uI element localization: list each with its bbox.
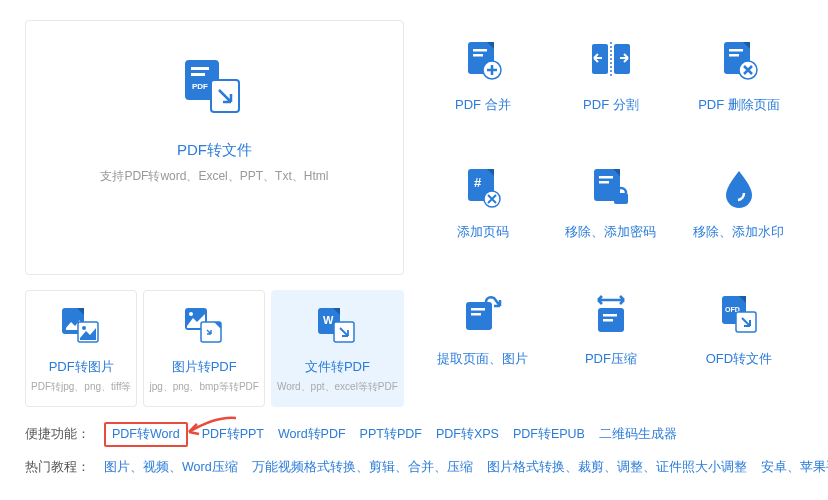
password-icon (588, 165, 634, 211)
hot-link[interactable]: 图片、视频、Word压缩 (104, 459, 238, 476)
svg-rect-37 (603, 319, 613, 322)
svg-rect-1 (191, 67, 209, 70)
quick-link-pdf-to-word[interactable]: PDF转Word (112, 427, 180, 441)
watermark-card[interactable]: 移除、添加水印 (675, 147, 803, 274)
add-page-number-card[interactable]: # 添加页码 (419, 147, 547, 274)
svg-rect-36 (603, 314, 617, 317)
svg-point-9 (189, 312, 193, 316)
svg-rect-16 (473, 54, 483, 57)
svg-text:W: W (323, 314, 334, 326)
file-to-pdf-icon: W (316, 306, 358, 346)
extract-card[interactable]: 提取页面、图片 (419, 274, 547, 401)
card-title: 移除、添加密码 (552, 223, 670, 241)
pdf-compress-card[interactable]: PDF压缩 (547, 274, 675, 401)
password-card[interactable]: 移除、添加密码 (547, 147, 675, 274)
image-to-pdf-icon (183, 306, 225, 346)
extract-icon (460, 292, 506, 338)
card-title: 文件转PDF (277, 358, 398, 376)
svg-rect-15 (473, 49, 487, 52)
card-subtitle: Word、ppt、excel等转PDF (277, 380, 398, 394)
hot-label: 热门教程： (25, 459, 90, 476)
card-title: PDF转图片 (31, 358, 131, 376)
card-title: 添加页码 (424, 223, 542, 241)
svg-rect-34 (471, 313, 481, 316)
add-page-number-icon: # (460, 165, 506, 211)
pdf-split-card[interactable]: PDF 分割 (547, 20, 675, 147)
hot-link[interactable]: 安卓、苹果手机投屏到 (761, 459, 828, 476)
pdf-delete-page-icon (716, 38, 762, 84)
hot-link[interactable]: 万能视频格式转换、剪辑、合并、压缩 (252, 459, 473, 476)
svg-rect-32 (466, 302, 492, 330)
quick-link[interactable]: PDF转EPUB (513, 426, 585, 443)
pdf-merge-icon (460, 38, 506, 84)
quick-link[interactable]: 二维码生成器 (599, 426, 677, 443)
svg-text:#: # (474, 175, 482, 190)
card-title: PDF 分割 (552, 96, 670, 114)
hero-subtitle: 支持PDF转word、Excel、PPT、Txt、Html (46, 168, 383, 185)
pdf-to-image-card[interactable]: PDF转图片 PDF转jpg、png、tiff等 (25, 290, 137, 407)
card-subtitle: jpg、png、bmp等转PDF (149, 380, 258, 394)
svg-rect-31 (614, 193, 628, 204)
card-title: 移除、添加水印 (680, 223, 798, 241)
quick-link[interactable]: Word转PDF (278, 426, 346, 443)
file-to-pdf-card[interactable]: W 文件转PDF Word、ppt、excel等转PDF (271, 290, 404, 407)
pdf-to-image-icon (60, 306, 102, 346)
svg-rect-22 (729, 49, 743, 52)
svg-rect-33 (471, 308, 485, 311)
quick-link[interactable]: PPT转PDF (360, 426, 422, 443)
svg-point-7 (82, 326, 86, 330)
pdf-to-file-card[interactable]: PDF PDF转文件 支持PDF转word、Excel、PPT、Txt、Html (25, 20, 404, 275)
svg-rect-23 (729, 54, 739, 57)
card-title: PDF 合并 (424, 96, 542, 114)
image-to-pdf-card[interactable]: 图片转PDF jpg、png、bmp等转PDF (143, 290, 264, 407)
quick-link[interactable]: PDF转XPS (436, 426, 499, 443)
ofd-convert-card[interactable]: OFD OFD转文件 (675, 274, 803, 401)
hot-tutorials-row: 热门教程： 图片、视频、Word压缩 万能视频格式转换、剪辑、合并、压缩 图片格… (25, 459, 803, 476)
pdf-delete-page-card[interactable]: PDF 删除页面 (675, 20, 803, 147)
card-title: OFD转文件 (680, 350, 798, 368)
card-title: PDF压缩 (552, 350, 670, 368)
hot-link[interactable]: 图片格式转换、裁剪、调整、证件照大小调整 (487, 459, 747, 476)
card-subtitle: PDF转jpg、png、tiff等 (31, 380, 131, 394)
svg-rect-29 (599, 176, 613, 179)
watermark-icon (716, 165, 762, 211)
quick-links-row: 便捷功能： PDF转Word PDF转PPT Word转PDF PPT转PDF … (25, 422, 803, 447)
highlighted-quick-link: PDF转Word (104, 422, 188, 447)
pdf-merge-card[interactable]: PDF 合并 (419, 20, 547, 147)
pdf-split-icon (588, 38, 634, 84)
annotation-arrow-icon (181, 414, 241, 442)
svg-rect-2 (191, 73, 205, 76)
card-title: PDF 删除页面 (680, 96, 798, 114)
svg-rect-30 (599, 181, 609, 184)
quick-label: 便捷功能： (25, 426, 90, 443)
pdf-compress-icon (588, 292, 634, 338)
ofd-convert-icon: OFD (716, 292, 762, 338)
card-title: 图片转PDF (149, 358, 258, 376)
card-title: 提取页面、图片 (424, 350, 542, 368)
svg-text:PDF: PDF (192, 82, 208, 91)
pdf-to-file-icon: PDF (179, 56, 249, 116)
hero-title: PDF转文件 (46, 141, 383, 160)
